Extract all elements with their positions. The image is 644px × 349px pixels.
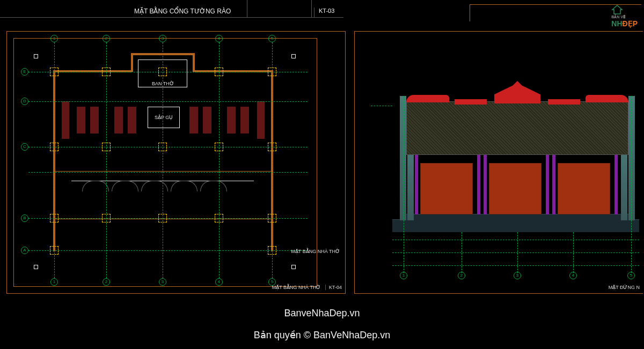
divider — [0, 17, 343, 18]
grid-bubble: 4 — [215, 35, 223, 42]
dim-line — [392, 253, 639, 253]
pillar-outer — [400, 96, 406, 220]
sheet-title: MẶT BẰNG CỔNG TƯỜNG RÀO — [134, 8, 231, 15]
grid-line — [106, 42, 107, 278]
roof-ornament — [586, 95, 628, 102]
door — [558, 163, 610, 214]
grid-bubble: 5 — [627, 272, 635, 279]
column-footing — [215, 214, 223, 222]
grid-bubble: 2 — [103, 35, 110, 42]
base-step — [403, 214, 628, 220]
left-viewport: BAN THỜ SẬP GỤ 1 2 3 4 5 1 2 3 4 5 E D C… — [6, 31, 346, 294]
furniture — [77, 107, 85, 133]
grid-bubble: D — [21, 98, 28, 105]
grid-bubble: A — [21, 247, 28, 254]
divider — [311, 0, 312, 17]
column-footing — [215, 143, 223, 151]
column-footing — [158, 214, 167, 222]
dim-line — [392, 240, 639, 240]
column-footing — [268, 143, 276, 151]
roof-ornament — [455, 99, 487, 105]
grid-bubble: 5 — [268, 35, 276, 42]
porch-area — [53, 171, 273, 219]
grid-bubble: 3 — [514, 272, 521, 279]
grid-bubble: 1 — [400, 272, 407, 279]
elevation-title: MẶT ĐỨNG N — [609, 285, 640, 290]
grid-line — [28, 250, 308, 251]
column-footing — [102, 68, 111, 76]
pillar-inner — [477, 147, 480, 214]
grid-line — [462, 232, 462, 273]
grid-line — [517, 232, 518, 273]
furniture — [203, 107, 211, 133]
wall — [131, 53, 133, 72]
roof-ornament — [548, 99, 580, 105]
grid-line — [163, 42, 163, 278]
house-icon — [611, 4, 623, 15]
column-footing — [268, 246, 276, 255]
grid-line — [28, 101, 308, 102]
pillar-outer — [628, 96, 635, 220]
svg-marker-0 — [612, 5, 622, 14]
grid-bubble: 4 — [215, 278, 223, 286]
grid-line — [219, 42, 219, 278]
grid-line — [54, 42, 55, 278]
grid-line — [28, 218, 308, 219]
grid-line — [272, 42, 273, 278]
grid-bubble: 3 — [159, 278, 166, 286]
grid-line — [631, 96, 632, 273]
column-footing — [158, 143, 167, 151]
dim-tick — [34, 265, 38, 269]
column-footing — [50, 68, 58, 76]
dim-tick — [34, 54, 38, 58]
base-platform — [392, 219, 639, 232]
column-footing — [50, 143, 58, 151]
grid-bubble: 3 — [159, 35, 166, 42]
furniture — [227, 107, 236, 133]
logo: BẢN VẼ NHĐẸP — [611, 4, 638, 28]
column-footing — [102, 143, 111, 151]
pillar-inner — [552, 147, 555, 214]
grid-line — [404, 96, 404, 273]
dim-tick — [291, 54, 296, 58]
grid-bubble: 4 — [569, 272, 577, 279]
door — [489, 163, 541, 214]
grid-bubble: B — [21, 214, 28, 222]
grid-bubble: 2 — [458, 272, 465, 279]
grid-line — [573, 232, 574, 273]
pillar-inner — [415, 147, 418, 214]
wall — [193, 53, 195, 72]
furniture — [257, 101, 265, 139]
column-footing — [268, 214, 276, 222]
plan-subtitle: MẶT BẰNG NHÀ THỜ — [291, 249, 340, 254]
column-footing — [215, 68, 223, 76]
grid-bubble: C — [21, 143, 28, 151]
furniture — [128, 107, 136, 133]
dim-line — [392, 265, 639, 266]
right-viewport: 1 2 3 4 5 MẶT ĐỨNG N — [354, 31, 643, 294]
column-footing — [102, 214, 111, 222]
column-footing — [158, 68, 167, 76]
roof-ornament — [406, 95, 449, 102]
room-label-platform: SẬP GỤ — [155, 115, 173, 120]
plan-title-bottom: MẶT BẰNG NHÀ THỜ KT-04 — [272, 285, 342, 290]
door — [420, 163, 473, 214]
grid-bubble: 1 — [50, 278, 58, 286]
pillar-inner — [484, 147, 487, 214]
furniture — [62, 101, 69, 139]
grid-bubble: 1 — [50, 35, 58, 42]
furniture — [114, 107, 123, 133]
roof — [406, 101, 628, 155]
grid-line — [28, 172, 308, 173]
watermark-2: Bản quyền © BanVeNhaDep.vn — [0, 329, 644, 341]
pillar-inner — [546, 147, 549, 214]
roof-crest — [494, 81, 540, 103]
grid-line — [371, 106, 392, 106]
grid-line — [28, 147, 308, 147]
grid-line — [28, 72, 308, 72]
furniture — [240, 107, 249, 133]
grid-bubble: E — [21, 68, 28, 76]
column-footing — [50, 246, 58, 255]
sheet-code: KT-03 — [314, 8, 334, 17]
watermark-1: BanveNhaDep.vn — [0, 308, 644, 319]
